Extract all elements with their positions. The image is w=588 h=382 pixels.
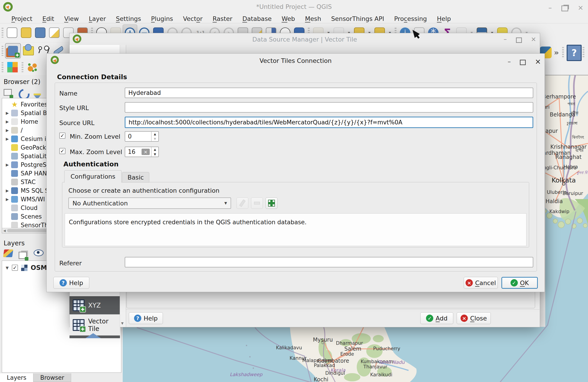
source-url-input[interactable]: http://localhost:5000/collections/hydera… (125, 117, 533, 128)
dsm-sidebar-xyz[interactable]: XYZ (69, 296, 120, 314)
expander-icon[interactable]: ▶ (3, 128, 11, 133)
maximize-icon[interactable] (520, 60, 526, 65)
toolbar-glyph (21, 27, 31, 38)
menu-edit[interactable]: Edit (37, 15, 59, 22)
menu-settings[interactable]: Settings (111, 15, 146, 22)
dsm-close-button[interactable]: × Close (457, 312, 491, 324)
min-zoom-label: Min. Zoom Level (70, 133, 120, 140)
expander-icon[interactable]: ▶ (3, 137, 11, 141)
menu-view[interactable]: View (59, 15, 84, 22)
restore-icon[interactable] (561, 5, 568, 11)
vector-tile-grid-icon (73, 299, 84, 311)
tab-configurations[interactable]: Configurations (64, 170, 122, 183)
layer-checkbox[interactable]: ✓ (12, 265, 18, 271)
menu-help[interactable]: Help (432, 15, 456, 22)
min-zoom-value[interactable]: 0 (125, 132, 151, 141)
close-icon[interactable]: × (535, 57, 541, 66)
dialog-titlebar: Vector Tiles Connection – × (47, 54, 545, 68)
item-label: / (21, 127, 23, 134)
max-zoom-value[interactable]: 16 (125, 147, 142, 157)
edit-auth-button[interactable] (236, 197, 248, 209)
expander-icon[interactable]: ▶ (3, 119, 11, 124)
help-toolbar-button[interactable]: ? (567, 45, 582, 61)
open-project-icon[interactable] (19, 25, 33, 41)
save-project-icon[interactable] (33, 25, 47, 41)
menu-layer[interactable]: Layer (84, 15, 111, 22)
max-zoom-spinner[interactable]: 16 × ▲▼ (125, 147, 159, 157)
refresh-browser-button[interactable] (19, 89, 28, 98)
remove-auth-button[interactable] (251, 197, 263, 209)
window-controls: – × (548, 4, 584, 12)
processing-history-button[interactable] (25, 60, 40, 75)
add-layer-button[interactable] (4, 89, 13, 98)
processing-dots-icon (27, 62, 38, 72)
spin-up-icon[interactable]: ▲ (151, 147, 158, 152)
referer-input[interactable] (125, 257, 533, 267)
manage-themes-button[interactable] (34, 249, 43, 259)
item-label: Cloud (21, 205, 38, 211)
toolbar-grip[interactable] (0, 25, 5, 41)
menu-sensorthings[interactable]: SensorThings API (326, 15, 389, 22)
close-icon[interactable]: × (531, 35, 536, 43)
tab-layers[interactable]: Layers (0, 373, 33, 382)
toolbox-chevron-icon[interactable]: » (554, 48, 559, 57)
menu-raster[interactable]: Raster (208, 15, 237, 22)
style-url-input[interactable] (125, 102, 533, 113)
item-label: SAP HAN (21, 170, 47, 177)
scroll-left-icon[interactable]: ◀ (2, 229, 7, 232)
dsm-sidebar-vector-tile[interactable]: Vector Tile (69, 314, 120, 335)
print-layout-icon[interactable] (47, 25, 61, 41)
style-sld-button[interactable] (5, 60, 20, 75)
filter-browser-button[interactable] (34, 89, 43, 98)
expander-icon[interactable]: ▶ (3, 163, 11, 167)
add-group-button[interactable] (19, 249, 28, 259)
item-label: GeoPack (21, 144, 46, 151)
dialog-ok-button[interactable]: ✓ OK (502, 277, 538, 289)
max-zoom-checkbox[interactable]: ✓ (59, 148, 65, 154)
new-project-icon[interactable] (5, 25, 19, 41)
min-zoom-checkbox[interactable]: ✓ (59, 133, 65, 139)
minimize-icon[interactable]: – (548, 4, 552, 12)
menubar: ProjectEditViewLayerSettingsPluginsVecto… (0, 14, 588, 23)
expander-icon[interactable]: ▶ (3, 188, 11, 193)
data-source-manager-button[interactable] (5, 43, 21, 58)
dsm-help-button[interactable]: ? Help (129, 312, 163, 324)
menu-project[interactable]: Project (6, 15, 37, 22)
layer-styling-button[interactable] (4, 249, 13, 259)
dsm-add-button[interactable]: ✓ Add (420, 312, 453, 324)
tab-basic[interactable]: Basic (122, 172, 149, 183)
dialog-cancel-button[interactable]: × Cancel (464, 277, 498, 289)
min-zoom-spinner[interactable]: 0 ▲▼ (125, 131, 159, 142)
restore-icon[interactable] (516, 38, 522, 43)
menu-processing[interactable]: Processing (389, 15, 432, 22)
minimize-icon[interactable]: – (504, 35, 507, 43)
menu-web[interactable]: Web (277, 15, 300, 22)
spin-up-icon[interactable]: ▲ (151, 132, 158, 136)
expander-icon[interactable]: ▶ (3, 111, 11, 115)
close-icon[interactable]: × (578, 4, 584, 12)
collapse-icon[interactable]: ▼ (6, 266, 9, 270)
auth-config-select[interactable]: No Authentication ▼ (68, 197, 231, 209)
new-geopackage-button[interactable] (21, 44, 36, 58)
menu-plugins[interactable]: Plugins (146, 15, 178, 22)
referer-label: Referer (59, 260, 82, 267)
menu-database[interactable]: Database (237, 15, 277, 22)
clear-value-icon[interactable]: × (142, 149, 150, 155)
layers-panel-title: Layers (4, 239, 25, 247)
spin-down-icon[interactable]: ▼ (151, 136, 158, 141)
scroll-down-icon[interactable]: ▼ (121, 321, 124, 325)
expander-icon[interactable]: ▶ (3, 197, 11, 202)
item-icon (11, 161, 18, 168)
tab-browser[interactable]: Browser (33, 373, 71, 382)
check-icon: ✓ (510, 279, 518, 286)
dialog-help-button[interactable]: ? Help (53, 277, 89, 289)
name-input[interactable]: Hyderabad (125, 88, 533, 98)
add-auth-button[interactable] (266, 197, 277, 209)
menu-mesh[interactable]: Mesh (300, 15, 326, 22)
menu-vector[interactable]: Vector (178, 15, 208, 22)
item-label: Home (21, 118, 38, 125)
item-label: SpatiaLit (21, 153, 47, 160)
minimize-icon[interactable]: – (507, 58, 511, 65)
add-layer-icon (4, 89, 12, 96)
spin-down-icon[interactable]: ▼ (151, 152, 158, 157)
